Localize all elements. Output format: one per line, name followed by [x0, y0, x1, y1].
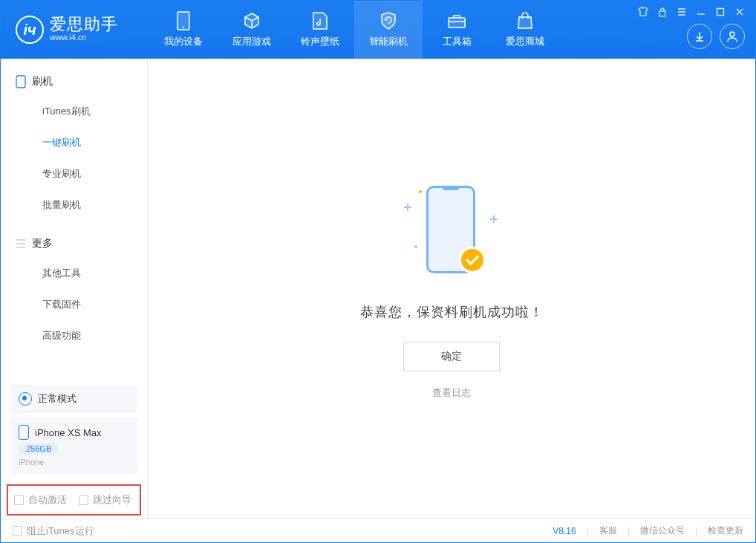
checkbox-label: 阻止iTunes运行	[27, 524, 94, 538]
version-label: V8.16	[553, 526, 576, 536]
checkbox-skip-guide[interactable]: 跳过向导	[79, 493, 131, 507]
view-log-link[interactable]: 查看日志	[432, 386, 471, 400]
phone-outline-icon	[16, 75, 26, 88]
svg-rect-2	[449, 18, 465, 27]
body: 刷机 iTunes刷机 一键刷机 专业刷机 批量刷机 更多 其他工具 下载固件 …	[1, 59, 755, 518]
sidebar-item-onekey-flash[interactable]: 一键刷机	[1, 127, 147, 158]
checkbox-label: 跳过向导	[93, 493, 131, 507]
sparkle-icon	[404, 204, 411, 211]
svg-point-3	[730, 32, 734, 36]
success-message: 恭喜您，保资料刷机成功啦！	[360, 303, 544, 321]
footer-link-support[interactable]: 客服	[599, 524, 617, 537]
separator: |	[628, 526, 630, 536]
options-highlight-box: 自动激活 跳过向导	[7, 484, 141, 516]
separator: |	[587, 526, 589, 536]
checkbox-block-itunes[interactable]: 阻止iTunes运行	[13, 524, 94, 538]
tab-apps-games[interactable]: 应用游戏	[218, 1, 286, 59]
sidebar-item-batch-flash[interactable]: 批量刷机	[1, 189, 147, 221]
svg-rect-4	[659, 11, 665, 16]
tshirt-icon[interactable]	[637, 6, 649, 18]
sidebar-item-other-tools[interactable]: 其他工具	[1, 258, 147, 289]
device-mode-card[interactable]: 正常模式	[10, 385, 138, 413]
sidebar-item-pro-flash[interactable]: 专业刷机	[1, 158, 147, 189]
svg-rect-5	[717, 9, 724, 16]
minimize-icon[interactable]	[695, 6, 707, 18]
separator: |	[695, 526, 697, 536]
main-tabs: 我的设备 应用游戏 铃声壁纸 智能刷机 工具箱 爱思商城	[149, 1, 559, 59]
tab-label: 爱思商城	[506, 35, 544, 48]
mode-icon	[19, 392, 32, 406]
music-file-icon	[310, 11, 330, 30]
sidebar-item-advanced[interactable]: 高级功能	[1, 320, 147, 351]
tab-label: 应用游戏	[232, 35, 271, 48]
tab-smart-flash[interactable]: 智能刷机	[354, 1, 423, 59]
shield-refresh-icon	[379, 11, 398, 30]
section-title: 更多	[32, 237, 53, 250]
sidebar-section-head: 刷机	[1, 72, 147, 96]
logo-area: iч 爱思助手 www.i4.cn	[1, 16, 149, 44]
sidebar-section-flash: 刷机 iTunes刷机 一键刷机 专业刷机 批量刷机	[1, 59, 147, 221]
logo-icon: iч	[16, 16, 44, 44]
footer: 阻止iTunes运行 V8.16 | 客服 | 微信公众号 | 检查更新	[1, 518, 755, 542]
sidebar-section-head: 更多	[1, 234, 147, 258]
device-type: iPhone	[19, 458, 44, 466]
device-info-card[interactable]: iPhone XS Max 256GB iPhone	[10, 417, 138, 474]
checkbox-auto-activate[interactable]: 自动激活	[14, 493, 67, 507]
footer-right: V8.16 | 客服 | 微信公众号 | 检查更新	[553, 524, 743, 537]
main-content: 恭喜您，保资料刷机成功啦！ 确定 查看日志	[148, 59, 755, 518]
toolbox-icon	[447, 11, 466, 30]
download-button[interactable]	[687, 24, 712, 49]
tab-label: 铃声壁纸	[301, 35, 339, 48]
decor-dot	[419, 190, 422, 193]
app-name: 爱思助手	[50, 16, 118, 33]
tab-label: 智能刷机	[369, 35, 408, 48]
svg-point-1	[183, 27, 184, 28]
sidebar-section-more: 更多 其他工具 下载固件 高级功能	[1, 221, 147, 351]
tab-store[interactable]: 爱思商城	[491, 1, 559, 59]
bag-icon	[515, 11, 535, 30]
phone-icon	[174, 11, 193, 30]
user-button[interactable]	[720, 24, 745, 49]
maximize-icon[interactable]	[714, 6, 726, 18]
lock-icon[interactable]	[656, 6, 668, 18]
sparkle-icon	[490, 215, 498, 223]
cube-icon	[242, 11, 261, 30]
window-controls	[637, 6, 746, 18]
sidebar-item-download-firmware[interactable]: 下载固件	[1, 289, 147, 320]
confirm-button[interactable]: 确定	[403, 342, 500, 371]
close-icon[interactable]	[734, 6, 746, 18]
check-badge-icon	[459, 247, 486, 273]
tab-toolbox[interactable]: 工具箱	[423, 1, 491, 59]
storage-badge: 256GB	[19, 443, 59, 455]
checkbox-icon	[79, 495, 88, 505]
tab-ringtone-wallpaper[interactable]: 铃声壁纸	[286, 1, 354, 59]
sidebar: 刷机 iTunes刷机 一键刷机 专业刷机 批量刷机 更多 其他工具 下载固件 …	[1, 59, 148, 518]
menu-icon[interactable]	[676, 6, 688, 18]
list-icon	[16, 238, 26, 249]
success-illustration	[400, 178, 504, 282]
footer-link-check-update[interactable]: 检查更新	[708, 524, 743, 537]
footer-link-wechat[interactable]: 微信公众号	[640, 524, 685, 537]
sidebar-item-itunes-flash[interactable]: iTunes刷机	[1, 96, 147, 127]
phone-mini-icon	[19, 425, 29, 440]
tab-label: 工具箱	[443, 35, 472, 48]
device-name: iPhone XS Max	[35, 427, 102, 438]
device-mode-label: 正常模式	[38, 392, 76, 406]
decor-dot	[414, 245, 417, 248]
svg-rect-6	[16, 76, 25, 88]
header: iч 爱思助手 www.i4.cn 我的设备 应用游戏 铃声壁纸 智能刷机 工具…	[1, 1, 755, 59]
checkbox-label: 自动激活	[28, 493, 67, 507]
tab-my-device[interactable]: 我的设备	[149, 1, 218, 59]
device-panel: 正常模式 iPhone XS Max 256GB iPhone	[1, 385, 147, 484]
checkbox-icon	[14, 495, 24, 505]
app-url: www.i4.cn	[50, 33, 118, 42]
section-title: 刷机	[32, 75, 53, 88]
tab-label: 我的设备	[164, 35, 203, 48]
checkbox-icon	[13, 526, 22, 536]
